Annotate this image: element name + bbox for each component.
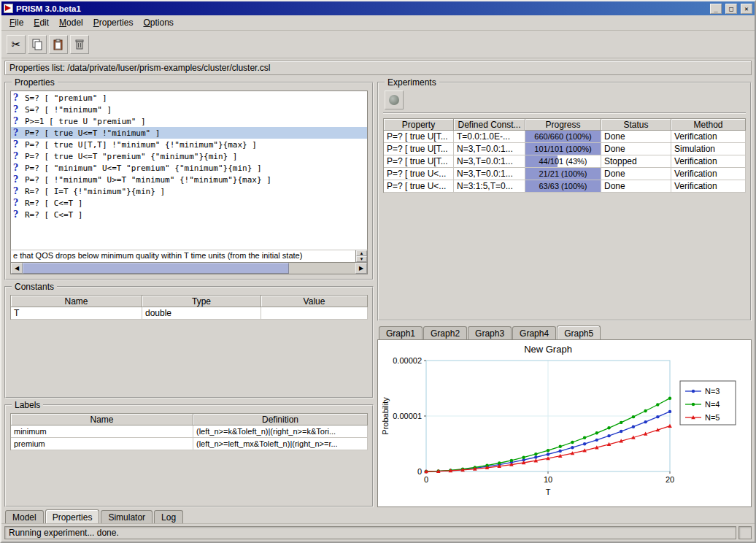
table-cell: P=? [ true U<... [384, 168, 454, 180]
property-row[interactable]: ?P=? [ true U<=T !"minimum" ] [11, 127, 367, 139]
progress-bar: 21/21 (100%) [525, 168, 601, 180]
menu-options[interactable]: Options [138, 16, 178, 29]
scroll-down-icon[interactable]: ▼ [356, 256, 367, 262]
delete-button[interactable] [70, 35, 89, 54]
y-axis-label: Probability [381, 397, 390, 435]
comment-scrollbar[interactable]: ▲ ▼ [355, 250, 367, 262]
marker [656, 403, 659, 406]
table-header: NameDefinition [11, 413, 368, 425]
scroll-up-icon[interactable]: ▲ [356, 250, 367, 256]
table-row[interactable]: minimum(left_n>=k&Toleft_n)|(right_n>=k&… [11, 425, 368, 438]
column-header[interactable]: Definition [193, 413, 368, 425]
table-cell: N=3,T=0.0:1... [454, 143, 525, 155]
scroll-right-icon[interactable]: ▶ [355, 263, 367, 274]
property-row[interactable]: ?S=? [ "premium" ] [11, 92, 367, 104]
tab-graph2[interactable]: Graph2 [423, 326, 467, 339]
column-header[interactable]: Property [384, 118, 454, 131]
marker [668, 424, 672, 428]
experiment-row[interactable]: P=? [ true U<...N=3:1:5,T=0...63/63 (100… [384, 180, 746, 193]
cut-button[interactable]: ✂ [7, 35, 26, 54]
marker [620, 421, 622, 424]
resize-grip[interactable] [738, 526, 752, 539]
table-cell: N=3,T=0.0:1... [454, 155, 525, 168]
experiments-toolbar [383, 90, 746, 114]
tab-model[interactable]: Model [5, 510, 44, 523]
table-row[interactable]: premium(left_n>=left_mx&Toleft_n)|(right… [11, 438, 368, 450]
stop-experiment-button[interactable] [385, 90, 404, 109]
marker [644, 409, 647, 412]
minimize-button[interactable]: _ [710, 4, 722, 14]
marker [547, 452, 549, 455]
close-button[interactable]: ✕ [741, 4, 752, 14]
experiment-row[interactable]: P=? [ true U[T...N=3,T=0.0:1...101/101 (… [384, 143, 746, 155]
tab-log[interactable]: Log [154, 510, 183, 523]
constants-panel-title: Constants [12, 282, 57, 292]
menu-edit[interactable]: Edit [28, 16, 54, 29]
column-header[interactable]: Defined Const... [454, 118, 525, 131]
property-row[interactable]: ?P=? [ !"minimum" U>=T "minimum" {!"mini… [11, 174, 367, 185]
property-row[interactable]: ?P=? [ true U<=T "premium" {"minimum"}{m… [11, 150, 367, 162]
menu-properties[interactable]: Properties [88, 16, 139, 29]
constants-panel: Constants NameTypeValueTdouble [4, 286, 374, 398]
column-header[interactable]: Type [142, 295, 261, 307]
menu-file[interactable]: File [4, 16, 28, 29]
property-row[interactable]: ?R=? [ C<=T ] [11, 209, 367, 220]
tab-graph3[interactable]: Graph3 [468, 326, 512, 339]
progress-text: 44/101 (43%) [525, 157, 601, 166]
property-row[interactable]: ?R=? [ I=T {!"minimum"}{min} ] [11, 185, 367, 197]
property-row[interactable]: ?P>=1 [ true U "premium" ] [11, 115, 367, 127]
experiment-row[interactable]: P=? [ true U[T...N=3,T=0.0:1...44/101 (4… [384, 155, 746, 168]
method-cell: Verification [671, 168, 746, 180]
scroll-left-icon[interactable]: ◀ [11, 263, 23, 274]
column-header[interactable]: Status [601, 118, 671, 131]
experiment-row[interactable]: P=? [ true U[T...T=0.0:1.0E-...660/660 (… [384, 131, 746, 143]
column-header[interactable]: Name [11, 413, 193, 425]
clipboard-icon [53, 39, 64, 50]
property-row[interactable]: ?S=? [ !"minimum" ] [11, 104, 367, 115]
table-header: PropertyDefined Const...ProgressStatusMe… [384, 118, 746, 131]
progress-text: 21/21 (100%) [525, 169, 601, 178]
hscroll-track[interactable] [23, 263, 355, 274]
tab-graph5[interactable]: Graph5 [557, 326, 601, 339]
experiments-panel: Experiments PropertyDefined Const...Prog… [377, 82, 752, 321]
property-text: P=? [ true U<=T !"minimum" ] [25, 128, 160, 138]
graph-canvas: 0102000.000010.00002New GraphTProbabilit… [379, 342, 744, 507]
property-row[interactable]: ?R=? [ C<=T ] [11, 197, 367, 209]
circle-icon [389, 95, 399, 105]
column-header[interactable]: Value [261, 295, 368, 307]
table-row[interactable]: Tdouble [11, 307, 368, 320]
hscroll-thumb[interactable] [23, 263, 289, 274]
menu-model[interactable]: Model [54, 16, 88, 29]
tab-properties[interactable]: Properties [45, 509, 100, 523]
copy-button[interactable] [28, 35, 47, 54]
marker [571, 446, 574, 449]
marker [534, 455, 537, 458]
graph-tabs: Graph1Graph2Graph3Graph4Graph5 [377, 326, 752, 339]
paste-button[interactable] [49, 35, 68, 54]
tab-graph4[interactable]: Graph4 [512, 326, 556, 339]
left-column: Properties ?S=? [ "premium" ]?S=? [ !"mi… [4, 77, 374, 507]
status-cell: Done [601, 131, 671, 143]
maximize-button[interactable]: □ [725, 4, 737, 14]
tab-simulator[interactable]: Simulator [101, 510, 153, 523]
progress-text: 63/63 (100%) [525, 182, 601, 190]
table-cell: (left_n>=k&Toleft_n)|(right_n>=k&Tori... [193, 425, 368, 438]
progress-bar: 660/660 (100%) [525, 131, 601, 143]
constants-table: NameTypeValueTdouble [10, 295, 368, 320]
question-icon: ? [13, 209, 21, 220]
table-cell: P=? [ true U[T... [384, 143, 454, 155]
column-header[interactable]: Method [671, 118, 746, 131]
table-cell: (left_n>=left_mx&Toleft_n)|(right_n>=r..… [193, 438, 368, 450]
column-header[interactable]: Progress [525, 118, 601, 131]
property-row[interactable]: ?P=? [ true U[T,T] !"minimum" {!"minimum… [11, 139, 367, 150]
titlebar[interactable]: PRISM 3.0.beta1 _ □ ✕ [1, 1, 755, 15]
tab-graph1[interactable]: Graph1 [379, 326, 423, 339]
properties-hscrollbar[interactable]: ◀ ▶ [10, 263, 368, 274]
experiment-row[interactable]: P=? [ true U<...N=3,T=0.0:1...21/21 (100… [384, 168, 746, 180]
property-row[interactable]: ?P=? [ "minimum" U<=T "premium" {"minimu… [11, 162, 367, 174]
question-icon: ? [13, 198, 21, 208]
progress-bar: 63/63 (100%) [525, 180, 601, 193]
properties-list[interactable]: ?S=? [ "premium" ]?S=? [ !"minimum" ]?P>… [10, 90, 368, 250]
column-header[interactable]: Name [11, 295, 142, 307]
legend-label: N=5 [705, 413, 720, 422]
